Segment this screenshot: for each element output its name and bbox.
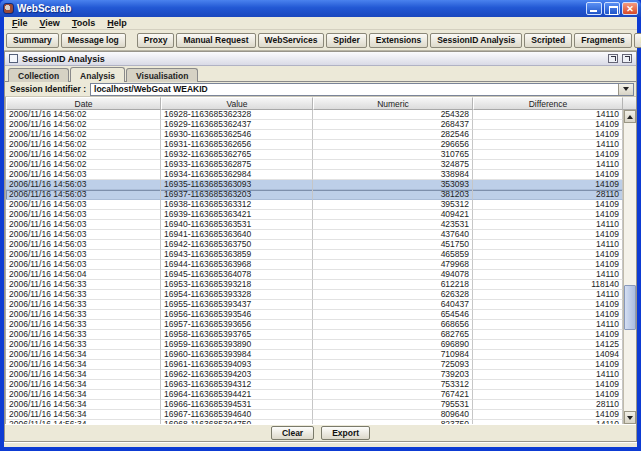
clear-button[interactable]: Clear — [271, 426, 314, 440]
cell-numeric: 809640 — [313, 410, 473, 420]
toolbar-button-webservices[interactable]: WebServices — [258, 33, 325, 48]
toolbar-button-scripted[interactable]: Scripted — [524, 33, 572, 48]
cell-difference: 28110 — [473, 190, 623, 200]
table-row[interactable]: 2006/11/16 14:56:0316944-116368536396847… — [6, 260, 623, 270]
session-identifier-combobox[interactable]: localhost/WebGoat WEAKID — [90, 83, 634, 96]
window-title: WebScarab — [17, 3, 584, 14]
column-header-numeric[interactable]: Numeric — [313, 97, 473, 110]
cell-date: 2006/11/16 14:56:03 — [6, 250, 161, 260]
toolbar-button-fuzzer[interactable]: Fuzzer — [634, 33, 641, 48]
menu-help[interactable]: Help — [101, 17, 133, 29]
menu-view[interactable]: View — [34, 17, 66, 29]
table-row[interactable]: 2006/11/16 14:56:0316935-116368536309335… — [6, 180, 623, 190]
cell-numeric: 268437 — [313, 120, 473, 130]
column-header-value[interactable]: Value — [161, 97, 313, 110]
cell-date: 2006/11/16 14:56:03 — [6, 170, 161, 180]
table-row[interactable]: 2006/11/16 14:56:3416961-116368539409372… — [6, 360, 623, 370]
table-row[interactable]: 2006/11/16 14:56:0316934-116368536298433… — [6, 170, 623, 180]
scroll-up-icon[interactable] — [624, 110, 636, 123]
menu-tools[interactable]: Tools — [66, 17, 101, 29]
tab-collection[interactable]: Collection — [8, 68, 69, 82]
window-titlebar[interactable]: WebScarab — [0, 0, 641, 17]
table-row[interactable]: 2006/11/16 14:56:3416962-116368539420373… — [6, 370, 623, 380]
table-row[interactable]: 2006/11/16 14:56:3416966-116368539453179… — [6, 400, 623, 410]
table-row[interactable]: 2006/11/16 14:56:3416964-116368539442176… — [6, 390, 623, 400]
table-row[interactable]: 2006/11/16 14:56:0316937-116368536320338… — [6, 190, 623, 200]
table-row[interactable]: 2006/11/16 14:56:3416967-116368539464080… — [6, 410, 623, 420]
toolbar-button-sessionid-analysis[interactable]: SessionID Analysis — [430, 33, 522, 48]
vertical-scrollbar[interactable] — [623, 110, 636, 424]
internal-frame-maximize-icon[interactable] — [622, 54, 632, 63]
cell-numeric: 353093 — [313, 180, 473, 190]
table-header: DateValueNumericDifference — [5, 97, 636, 110]
table-row[interactable]: 2006/11/16 14:56:0216932-116368536276531… — [6, 150, 623, 160]
tab-analysis[interactable]: Analysis — [70, 67, 125, 82]
column-header-difference[interactable]: Difference — [473, 97, 623, 110]
table-row[interactable]: 2006/11/16 14:56:0316943-116368536385946… — [6, 250, 623, 260]
cell-date: 2006/11/16 14:56:34 — [6, 410, 161, 420]
table-row[interactable]: 2006/11/16 14:56:0416945-116368536407849… — [6, 270, 623, 280]
cell-difference: 14109 — [473, 390, 623, 400]
toolbar-button-manual-request[interactable]: Manual Request — [176, 33, 255, 48]
cell-difference: 14109 — [473, 300, 623, 310]
cell-numeric: 423531 — [313, 220, 473, 230]
table-row[interactable]: 2006/11/16 14:56:0216930-116368536254628… — [6, 130, 623, 140]
menu-file[interactable]: File — [6, 17, 34, 29]
table-row[interactable]: 2006/11/16 14:56:0216928-116368536232825… — [6, 110, 623, 120]
cell-date: 2006/11/16 14:56:03 — [6, 210, 161, 220]
chevron-down-icon — [623, 87, 629, 91]
cell-numeric: 395312 — [313, 200, 473, 210]
table-row[interactable]: 2006/11/16 14:56:3416960-116368539398471… — [6, 350, 623, 360]
cell-difference: 14109 — [473, 330, 623, 340]
cell-date: 2006/11/16 14:56:03 — [6, 240, 161, 250]
cell-numeric: 296656 — [313, 140, 473, 150]
cell-difference: 14109 — [473, 120, 623, 130]
toolbar-button-message-log[interactable]: Message log — [61, 33, 126, 48]
internal-frame-titlebar[interactable]: SessionID Analysis — [5, 52, 636, 66]
table-row[interactable]: 2006/11/16 14:56:3316957-116368539365666… — [6, 320, 623, 330]
table-row[interactable]: 2006/11/16 14:56:0316942-116368536375045… — [6, 240, 623, 250]
scroll-down-icon[interactable] — [624, 411, 636, 424]
maximize-icon[interactable] — [604, 2, 620, 15]
cell-value: 16934-1163685362984 — [161, 170, 313, 180]
table-row[interactable]: 2006/11/16 14:56:3316959-116368539389069… — [6, 340, 623, 350]
export-button[interactable]: Export — [321, 426, 370, 440]
cell-difference: 14109 — [473, 170, 623, 180]
table-row[interactable]: 2006/11/16 14:56:0316938-116368536331239… — [6, 200, 623, 210]
table-row[interactable]: 2006/11/16 14:56:3316954-116368539332862… — [6, 290, 623, 300]
cell-numeric: 767421 — [313, 390, 473, 400]
table-row[interactable]: 2006/11/16 14:56:3316956-116368539354665… — [6, 310, 623, 320]
toolbar-button-spider[interactable]: Spider — [326, 33, 366, 48]
column-header-date[interactable]: Date — [6, 97, 161, 110]
toolbar-button-fragments[interactable]: Fragments — [574, 33, 631, 48]
cell-difference: 14110 — [473, 270, 623, 280]
tab-visualisation[interactable]: Visualisation — [126, 68, 198, 82]
combo-dropdown-button[interactable] — [618, 84, 633, 95]
table-row[interactable]: 2006/11/16 14:56:0216931-116368536265629… — [6, 140, 623, 150]
table-row[interactable]: 2006/11/16 14:56:0316940-116368536353142… — [6, 220, 623, 230]
cell-date: 2006/11/16 14:56:03 — [6, 220, 161, 230]
cell-difference: 14110 — [473, 160, 623, 170]
sessionid-analysis-frame: SessionID Analysis CollectionAnalysisVis… — [4, 51, 637, 442]
toolbar-button-proxy[interactable]: Proxy — [137, 33, 175, 48]
toolbar-button-extensions[interactable]: Extensions — [369, 33, 428, 48]
table-row[interactable]: 2006/11/16 14:56:3316958-116368539376568… — [6, 330, 623, 340]
internal-frame-restore-icon[interactable] — [608, 54, 618, 63]
table-row[interactable]: 2006/11/16 14:56:3416963-116368539431275… — [6, 380, 623, 390]
table-row[interactable]: 2006/11/16 14:56:0316939-116368536342140… — [6, 210, 623, 220]
toolbar-button-summary[interactable]: Summary — [6, 33, 59, 48]
scrollbar-thumb[interactable] — [624, 285, 636, 330]
cell-date: 2006/11/16 14:56:04 — [6, 270, 161, 280]
close-icon[interactable] — [622, 2, 638, 15]
table-row[interactable]: 2006/11/16 14:56:3316953-116368539321861… — [6, 280, 623, 290]
minimize-icon[interactable] — [586, 2, 602, 15]
cell-numeric: 437640 — [313, 230, 473, 240]
internal-frame-icon — [9, 54, 18, 63]
table-row[interactable]: 2006/11/16 14:56:0316941-116368536364043… — [6, 230, 623, 240]
table-row[interactable]: 2006/11/16 14:56:0216933-116368536287532… — [6, 160, 623, 170]
cell-value: 16937-1163685363203 — [161, 190, 313, 200]
cell-value: 16961-1163685394093 — [161, 360, 313, 370]
table-row[interactable]: 2006/11/16 14:56:0216929-116368536243726… — [6, 120, 623, 130]
table-row[interactable]: 2006/11/16 14:56:3316955-116368539343764… — [6, 300, 623, 310]
cell-value: 16960-1163685393984 — [161, 350, 313, 360]
